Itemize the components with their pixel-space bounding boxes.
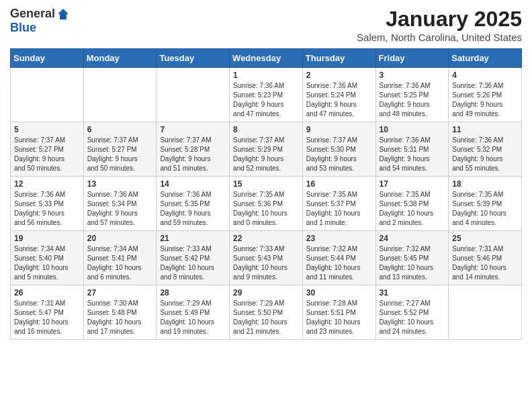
day-info: Sunrise: 7:37 AM Sunset: 5:27 PM Dayligh… xyxy=(87,136,153,173)
calendar-cell: 4Sunrise: 7:36 AM Sunset: 5:26 PM Daylig… xyxy=(449,68,522,122)
calendar-cell: 6Sunrise: 7:37 AM Sunset: 5:27 PM Daylig… xyxy=(83,122,157,177)
logo: General Blue xyxy=(10,7,70,35)
day-info: Sunrise: 7:36 AM Sunset: 5:23 PM Dayligh… xyxy=(233,81,299,119)
calendar-week-row: 26Sunrise: 7:31 AM Sunset: 5:47 PM Dayli… xyxy=(11,285,522,340)
calendar-container: General Blue January 2025 Salem, North C… xyxy=(0,0,532,347)
calendar-cell: 22Sunrise: 7:33 AM Sunset: 5:43 PM Dayli… xyxy=(230,231,303,285)
calendar-cell: 20Sunrise: 7:34 AM Sunset: 5:41 PM Dayli… xyxy=(83,231,157,285)
calendar-cell: 11Sunrise: 7:36 AM Sunset: 5:32 PM Dayli… xyxy=(449,122,522,177)
calendar-cell: 21Sunrise: 7:33 AM Sunset: 5:42 PM Dayli… xyxy=(157,231,230,285)
calendar-cell: 29Sunrise: 7:29 AM Sunset: 5:50 PM Dayli… xyxy=(230,285,303,340)
day-number: 31 xyxy=(380,288,445,298)
calendar-cell: 3Sunrise: 7:36 AM Sunset: 5:25 PM Daylig… xyxy=(375,68,449,122)
day-number: 4 xyxy=(452,71,518,80)
month-title: January 2025 xyxy=(357,7,522,32)
calendar-cell: 7Sunrise: 7:37 AM Sunset: 5:28 PM Daylig… xyxy=(157,122,230,177)
calendar-cell: 8Sunrise: 7:37 AM Sunset: 5:29 PM Daylig… xyxy=(230,122,303,177)
calendar-cell xyxy=(157,68,230,122)
day-number: 20 xyxy=(87,234,153,243)
calendar-cell: 15Sunrise: 7:35 AM Sunset: 5:36 PM Dayli… xyxy=(230,177,303,231)
calendar-cell: 5Sunrise: 7:37 AM Sunset: 5:27 PM Daylig… xyxy=(11,122,84,177)
calendar-cell: 28Sunrise: 7:29 AM Sunset: 5:49 PM Dayli… xyxy=(157,285,230,340)
day-number: 13 xyxy=(87,179,153,189)
calendar-week-row: 19Sunrise: 7:34 AM Sunset: 5:40 PM Dayli… xyxy=(11,231,522,285)
day-number: 16 xyxy=(306,179,372,189)
day-number: 2 xyxy=(306,71,372,80)
day-info: Sunrise: 7:37 AM Sunset: 5:30 PM Dayligh… xyxy=(306,136,372,173)
calendar-week-row: 1Sunrise: 7:36 AM Sunset: 5:23 PM Daylig… xyxy=(11,68,522,122)
calendar-cell: 24Sunrise: 7:32 AM Sunset: 5:45 PM Dayli… xyxy=(375,231,449,285)
day-info: Sunrise: 7:36 AM Sunset: 5:31 PM Dayligh… xyxy=(380,136,445,173)
calendar-cell: 26Sunrise: 7:31 AM Sunset: 5:47 PM Dayli… xyxy=(11,285,84,340)
day-info: Sunrise: 7:29 AM Sunset: 5:49 PM Dayligh… xyxy=(160,299,226,336)
day-of-week-header: Thursday xyxy=(302,49,375,68)
day-number: 12 xyxy=(14,179,80,189)
day-number: 11 xyxy=(452,125,518,134)
calendar-cell: 12Sunrise: 7:36 AM Sunset: 5:33 PM Dayli… xyxy=(11,177,84,231)
day-number: 14 xyxy=(160,179,226,189)
logo-general-text: General xyxy=(10,7,55,21)
logo-icon xyxy=(56,7,70,21)
day-number: 10 xyxy=(380,125,445,134)
logo-blue-text: Blue xyxy=(10,21,36,35)
day-info: Sunrise: 7:31 AM Sunset: 5:46 PM Dayligh… xyxy=(452,244,518,282)
day-number: 26 xyxy=(14,288,80,298)
day-info: Sunrise: 7:36 AM Sunset: 5:26 PM Dayligh… xyxy=(452,81,518,119)
day-of-week-header: Monday xyxy=(83,49,157,68)
day-number: 24 xyxy=(380,234,445,243)
title-section: January 2025 Salem, North Carolina, Unit… xyxy=(357,7,522,43)
calendar-cell: 9Sunrise: 7:37 AM Sunset: 5:30 PM Daylig… xyxy=(302,122,375,177)
day-number: 25 xyxy=(452,234,518,243)
day-info: Sunrise: 7:35 AM Sunset: 5:39 PM Dayligh… xyxy=(452,190,518,228)
day-of-week-header: Saturday xyxy=(449,49,522,68)
day-info: Sunrise: 7:36 AM Sunset: 5:24 PM Dayligh… xyxy=(306,81,372,119)
day-info: Sunrise: 7:32 AM Sunset: 5:44 PM Dayligh… xyxy=(306,244,372,282)
calendar-cell: 23Sunrise: 7:32 AM Sunset: 5:44 PM Dayli… xyxy=(302,231,375,285)
day-info: Sunrise: 7:35 AM Sunset: 5:36 PM Dayligh… xyxy=(233,190,299,228)
day-number: 8 xyxy=(233,125,299,134)
calendar-cell: 25Sunrise: 7:31 AM Sunset: 5:46 PM Dayli… xyxy=(449,231,522,285)
day-info: Sunrise: 7:28 AM Sunset: 5:51 PM Dayligh… xyxy=(306,299,372,336)
calendar-cell: 30Sunrise: 7:28 AM Sunset: 5:51 PM Dayli… xyxy=(302,285,375,340)
day-info: Sunrise: 7:35 AM Sunset: 5:37 PM Dayligh… xyxy=(306,190,372,228)
day-info: Sunrise: 7:29 AM Sunset: 5:50 PM Dayligh… xyxy=(233,299,299,336)
calendar-cell: 2Sunrise: 7:36 AM Sunset: 5:24 PM Daylig… xyxy=(302,68,375,122)
calendar-cell: 18Sunrise: 7:35 AM Sunset: 5:39 PM Dayli… xyxy=(449,177,522,231)
day-info: Sunrise: 7:34 AM Sunset: 5:40 PM Dayligh… xyxy=(14,244,80,282)
day-info: Sunrise: 7:36 AM Sunset: 5:34 PM Dayligh… xyxy=(87,190,153,228)
day-number: 15 xyxy=(233,179,299,189)
svg-marker-0 xyxy=(58,9,69,19)
header: General Blue January 2025 Salem, North C… xyxy=(10,7,522,43)
calendar-cell: 14Sunrise: 7:36 AM Sunset: 5:35 PM Dayli… xyxy=(157,177,230,231)
day-number: 19 xyxy=(14,234,80,243)
day-number: 3 xyxy=(380,71,445,80)
day-info: Sunrise: 7:36 AM Sunset: 5:35 PM Dayligh… xyxy=(160,190,226,228)
calendar-cell: 10Sunrise: 7:36 AM Sunset: 5:31 PM Dayli… xyxy=(375,122,449,177)
day-number: 7 xyxy=(160,125,226,134)
day-number: 6 xyxy=(87,125,153,134)
day-info: Sunrise: 7:36 AM Sunset: 5:25 PM Dayligh… xyxy=(380,81,445,119)
day-of-week-header: Tuesday xyxy=(157,49,230,68)
day-info: Sunrise: 7:37 AM Sunset: 5:29 PM Dayligh… xyxy=(233,136,299,173)
day-info: Sunrise: 7:35 AM Sunset: 5:38 PM Dayligh… xyxy=(380,190,445,228)
day-info: Sunrise: 7:32 AM Sunset: 5:45 PM Dayligh… xyxy=(380,244,445,282)
day-of-week-header: Friday xyxy=(375,49,449,68)
calendar-cell: 19Sunrise: 7:34 AM Sunset: 5:40 PM Dayli… xyxy=(11,231,84,285)
day-number: 30 xyxy=(306,288,372,298)
day-number: 1 xyxy=(233,71,299,80)
calendar-cell xyxy=(83,68,157,122)
day-number: 18 xyxy=(452,179,518,189)
calendar-cell xyxy=(449,285,522,340)
calendar-week-row: 5Sunrise: 7:37 AM Sunset: 5:27 PM Daylig… xyxy=(11,122,522,177)
calendar-cell: 27Sunrise: 7:30 AM Sunset: 5:48 PM Dayli… xyxy=(83,285,157,340)
day-number: 17 xyxy=(380,179,445,189)
calendar-cell: 31Sunrise: 7:27 AM Sunset: 5:52 PM Dayli… xyxy=(375,285,449,340)
day-info: Sunrise: 7:34 AM Sunset: 5:41 PM Dayligh… xyxy=(87,244,153,282)
day-info: Sunrise: 7:27 AM Sunset: 5:52 PM Dayligh… xyxy=(380,299,445,336)
day-number: 21 xyxy=(160,234,226,243)
day-number: 23 xyxy=(306,234,372,243)
day-number: 28 xyxy=(160,288,226,298)
day-info: Sunrise: 7:33 AM Sunset: 5:42 PM Dayligh… xyxy=(160,244,226,282)
calendar-week-row: 12Sunrise: 7:36 AM Sunset: 5:33 PM Dayli… xyxy=(11,177,522,231)
day-number: 22 xyxy=(233,234,299,243)
